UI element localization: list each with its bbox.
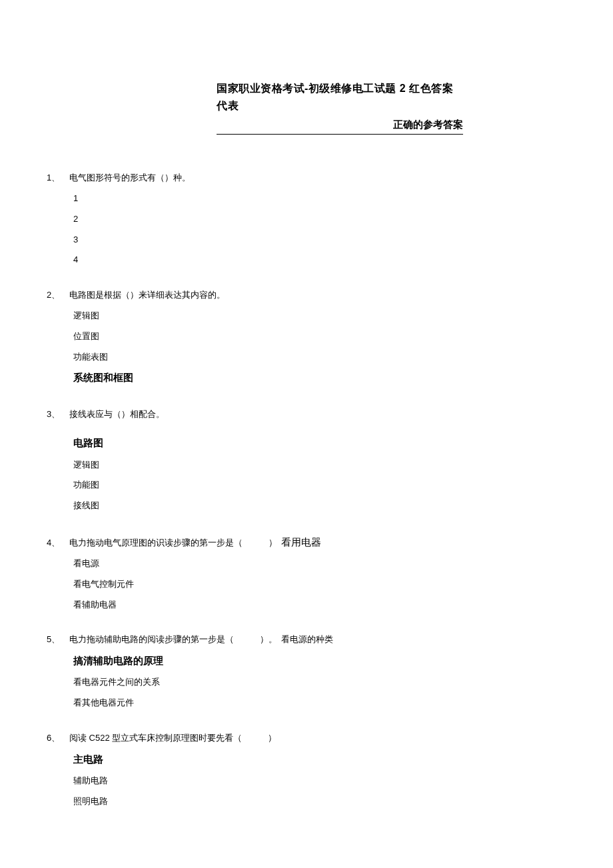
options-list: 看电源 看电气控制元件 看辅助电器 — [73, 557, 566, 612]
question-number: 1、 — [47, 171, 69, 185]
options-list: 搞清辅助电路的原理 看电器元件之间的关系 看其他电器元件 — [73, 653, 566, 710]
option: 4 — [73, 253, 566, 267]
option-correct: 电路图 — [73, 436, 566, 451]
option: 照明电路 — [73, 795, 566, 809]
option: 3 — [73, 233, 566, 247]
option: 位置图 — [73, 330, 566, 344]
option-correct: 搞清辅助电路的原理 — [73, 653, 566, 669]
option: 看其他电器元件 — [73, 696, 566, 710]
question-text: 阅读 C522 型立式车床控制原理图时要先看（ ） — [69, 731, 277, 745]
question-5: 5、 电力拖动辅助电路的阅读步骤的第一步是（ ）。 看电源的种类 搞清辅助电路的… — [47, 633, 566, 710]
question-text: 电气图形符号的形式有（）种。 — [69, 171, 191, 185]
option: 逻辑图 — [73, 309, 566, 323]
options-list: 逻辑图 位置图 功能表图 系统图和框图 — [73, 309, 566, 386]
question-number: 6、 — [47, 731, 69, 745]
option: 逻辑图 — [73, 458, 566, 472]
question-text: 电路图是根据（）来详细表达其内容的。 — [69, 288, 225, 302]
option: 看电器元件之间的关系 — [73, 675, 566, 689]
question-text: 电力拖动电气原理图的识读步骤的第一步是（ ） — [69, 536, 277, 550]
question-number: 2、 — [47, 288, 69, 302]
option: 看电源 — [73, 557, 566, 571]
question-1: 1、 电气图形符号的形式有（）种。 1 2 3 4 — [47, 171, 566, 267]
options-list: 1 2 3 4 — [73, 192, 566, 267]
option-correct: 系统图和框图 — [73, 370, 566, 386]
inline-option: 看电源的种类 — [281, 633, 333, 647]
option: 功能表图 — [73, 350, 566, 364]
option-correct: 主电路 — [73, 752, 566, 767]
question-6: 6、 阅读 C522 型立式车床控制原理图时要先看（ ） 主电路 辅助电路 照明… — [47, 731, 566, 809]
title-line-2: 正确的参考答案 — [217, 117, 463, 135]
option: 接线图 — [73, 499, 566, 513]
question-3: 3、 接线表应与（）相配合。 电路图 逻辑图 功能图 接线图 — [47, 408, 566, 513]
options-list: 主电路 辅助电路 照明电路 — [73, 752, 566, 809]
option: 功能图 — [73, 478, 566, 492]
question-text: 电力拖动辅助电路的阅读步骤的第一步是（ ）。 — [69, 633, 277, 647]
question-2: 2、 电路图是根据（）来详细表达其内容的。 逻辑图 位置图 功能表图 系统图和框… — [47, 288, 566, 386]
question-text: 接线表应与（）相配合。 — [69, 408, 165, 422]
question-number: 5、 — [47, 633, 69, 647]
options-list: 电路图 逻辑图 功能图 接线图 — [73, 436, 566, 513]
option: 1 — [73, 192, 566, 206]
question-4: 4、 电力拖动电气原理图的识读步骤的第一步是（ ） 看用电器 看电源 看电气控制… — [47, 534, 566, 612]
exam-title: 国家职业资格考试-初级维修电工试题 2 红色答案代表 正确的参考答案 — [217, 80, 463, 135]
inline-option: 看用电器 — [281, 534, 321, 550]
question-number: 3、 — [47, 408, 69, 422]
question-number: 4、 — [47, 536, 69, 550]
title-line-1: 国家职业资格考试-初级维修电工试题 2 红色答案代表 — [217, 80, 463, 114]
option: 看辅助电器 — [73, 598, 566, 612]
option: 辅助电路 — [73, 774, 566, 788]
option: 2 — [73, 213, 566, 226]
option: 看电气控制元件 — [73, 578, 566, 592]
